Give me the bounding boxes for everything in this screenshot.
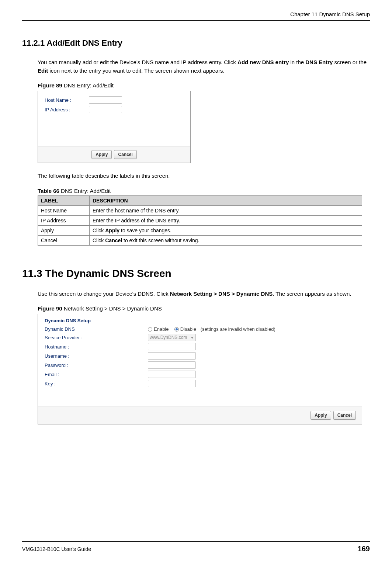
bold-navpath: Network Setting > DNS > Dynamic DNS <box>170 291 273 297</box>
figure89-box: Host Name : IP Address : Apply Cancel <box>38 91 191 163</box>
bold-edit: Edit <box>38 67 48 74</box>
figure90-footer: Apply Cancel <box>38 406 362 424</box>
figure90-caption: Figure 90 Network Setting > DNS > Dynami… <box>38 305 370 312</box>
figure90-body: Dynamic DNS Setup Dynamic DNS Enable Dis… <box>38 314 362 406</box>
ipaddress-input[interactable] <box>89 106 122 113</box>
cell-label: Cancel <box>38 235 90 245</box>
figure89-caption-rest: DNS Entry: Add/Edit <box>62 82 114 89</box>
table66-caption-rest: DNS Entry: Add/Edit <box>59 188 111 194</box>
service-provider-value: www.DynDNS.com <box>150 335 187 340</box>
text: Use this screen to change your Device's … <box>38 291 170 297</box>
text: in the <box>289 59 305 65</box>
text: You can manually add or edit the Device'… <box>38 59 237 65</box>
key-label: Key : <box>45 381 148 386</box>
table66: LABEL DESCRIPTION Host Name Enter the ho… <box>38 195 362 246</box>
enable-radio[interactable] <box>148 327 152 332</box>
bold-text: Apply <box>105 228 119 233</box>
footer-guide-title: VMG1312-B10C User's Guide <box>22 546 91 552</box>
text: Click <box>93 237 105 243</box>
text: Click <box>93 228 105 233</box>
cell-description: Click Apply to save your changes. <box>90 225 362 235</box>
bold-dns-entry: DNS Entry <box>305 59 333 65</box>
cell-label: Host Name <box>38 205 90 215</box>
header-label: LABEL <box>38 195 90 205</box>
hostname-label: Hostname : <box>45 344 148 350</box>
page-header-chapter: Chapter 11 Dynamic DNS Setup <box>22 11 370 17</box>
username-input[interactable] <box>148 352 196 360</box>
figure89-footer: Apply Cancel <box>38 146 190 163</box>
password-label: Password : <box>45 362 148 368</box>
text: . The screen appears as shown. <box>273 291 351 297</box>
table-row: Apply Click Apply to save your changes. <box>38 225 362 235</box>
service-provider-label: Service Provider : <box>45 335 148 340</box>
apply-button[interactable]: Apply <box>91 150 112 159</box>
enable-label: Enable <box>154 326 169 332</box>
figure90-password-row: Password : <box>45 361 355 369</box>
figure90-box: Dynamic DNS Setup Dynamic DNS Enable Dis… <box>38 314 362 424</box>
service-provider-select[interactable]: www.DynDNS.com ▼ <box>148 334 196 341</box>
table-header-row: LABEL DESCRIPTION <box>38 195 362 205</box>
page-footer: VMG1312-B10C User's Guide 169 <box>22 541 370 553</box>
figure90-username-row: Username : <box>45 352 355 360</box>
table66-intro-text: The following table describes the labels… <box>38 172 370 180</box>
cell-description: Enter the IP address of the DNS entry. <box>90 215 362 225</box>
text: Enter the IP address of the DNS entry. <box>93 218 180 223</box>
disable-note: (settings are invalid when disabled) <box>201 326 275 332</box>
table66-caption: Table 66 DNS Entry: Add/Edit <box>38 188 370 194</box>
ipaddress-label: IP Address : <box>45 107 89 112</box>
heading-11-3: 11.3 The Dynamic DNS Screen <box>22 268 370 280</box>
paragraph-11-3: Use this screen to change your Device's … <box>38 290 370 298</box>
cancel-button[interactable]: Cancel <box>333 411 356 420</box>
disable-radio[interactable] <box>174 327 179 332</box>
text: Enter the host name of the DNS entry. <box>93 208 180 214</box>
figure90-key-row: Key : <box>45 380 355 387</box>
paragraph-11-2-1: You can manually add or edit the Device'… <box>38 58 370 75</box>
text: icon next to the entry you want to edit.… <box>48 67 224 74</box>
figure90-dynamic-dns-row: Dynamic DNS Enable Disable (settings are… <box>45 326 355 332</box>
figure89-caption: Figure 89 DNS Entry: Add/Edit <box>38 82 370 89</box>
dynamic-dns-value: Enable Disable (settings are invalid whe… <box>148 326 275 332</box>
text: screen or the <box>333 59 367 65</box>
heading-11-2-1: 11.2.1 Add/Edit DNS Entry <box>22 38 370 48</box>
table-row: Host Name Enter the host name of the DNS… <box>38 205 362 215</box>
email-label: Email : <box>45 372 148 377</box>
bold-text: Cancel <box>105 237 122 243</box>
table-row: Cancel Click Cancel to exit this screen … <box>38 235 362 245</box>
figure90-email-row: Email : <box>45 371 355 378</box>
header-divider <box>22 20 370 21</box>
table66-caption-bold: Table 66 <box>38 188 59 194</box>
footer-divider <box>22 541 370 542</box>
hostname-input[interactable] <box>89 96 122 104</box>
figure90-panel-title: Dynamic DNS Setup <box>45 318 355 323</box>
dynamic-dns-label: Dynamic DNS <box>45 326 148 332</box>
figure90-caption-rest: Network Setting > DNS > Dynamic DNS <box>62 305 162 312</box>
password-input[interactable] <box>148 361 196 369</box>
cell-label: IP Address <box>38 215 90 225</box>
figure89-body: Host Name : IP Address : <box>38 91 190 146</box>
key-input[interactable] <box>148 380 196 387</box>
hostname-label: Host Name : <box>45 97 89 103</box>
text: to exit this screen without saving. <box>122 237 199 243</box>
cell-description: Enter the host name of the DNS entry. <box>90 205 362 215</box>
header-description: DESCRIPTION <box>90 195 362 205</box>
apply-button[interactable]: Apply <box>311 411 331 420</box>
disable-label: Disable <box>180 326 196 332</box>
bold-add-new-dns: Add new DNS entry <box>237 59 289 65</box>
figure90-caption-bold: Figure 90 <box>38 305 62 312</box>
hostname-input[interactable] <box>148 343 196 350</box>
text: to save your changes. <box>119 228 171 233</box>
table-row: IP Address Enter the IP address of the D… <box>38 215 362 225</box>
cell-label: Apply <box>38 225 90 235</box>
username-label: Username : <box>45 353 148 359</box>
figure89-hostname-row: Host Name : <box>45 96 184 104</box>
figure89-ipaddress-row: IP Address : <box>45 106 184 113</box>
cancel-button[interactable]: Cancel <box>114 150 136 159</box>
figure90-hostname-row: Hostname : <box>45 343 355 350</box>
chevron-down-icon: ▼ <box>190 336 194 340</box>
footer-page-number: 169 <box>358 545 370 553</box>
figure89-caption-bold: Figure 89 <box>38 82 62 89</box>
email-input[interactable] <box>148 371 196 378</box>
figure90-service-provider-row: Service Provider : www.DynDNS.com ▼ <box>45 334 355 341</box>
footer-row: VMG1312-B10C User's Guide 169 <box>22 545 370 553</box>
cell-description: Click Cancel to exit this screen without… <box>90 235 362 245</box>
